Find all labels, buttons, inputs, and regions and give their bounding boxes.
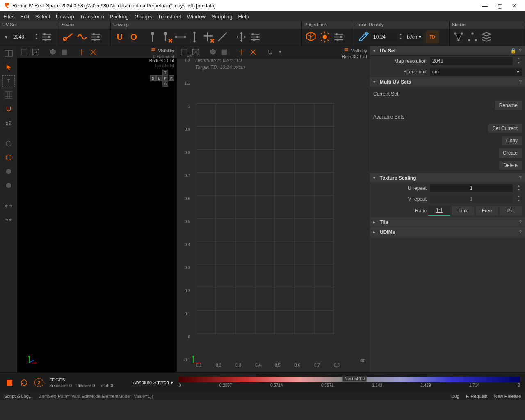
texel-td-icon[interactable]: TD [426, 30, 439, 43]
ratio-pic-button[interactable]: Pic [500, 206, 522, 215]
unwrap-u-icon[interactable]: U [113, 30, 126, 43]
similar-graph-icon[interactable] [452, 30, 465, 43]
ratio-free-button[interactable]: Free [476, 206, 498, 215]
unwrap-move-icon[interactable] [235, 30, 248, 43]
v3d-cube-icon[interactable] [48, 48, 57, 57]
similar-stack-icon[interactable] [480, 30, 493, 43]
v-repeat-input[interactable]: 1 [430, 195, 513, 203]
unwrap-settings-icon[interactable] [249, 30, 262, 43]
vuv-sliders-icon[interactable] [343, 45, 349, 54]
menu-window[interactable]: Window [187, 14, 206, 20]
stretch-mode-select[interactable]: Absolute Stretch▾ [133, 380, 173, 386]
unwrap-horiz-icon[interactable] [174, 30, 187, 43]
menu-scripting[interactable]: Scripting [212, 14, 233, 20]
seam-cut-icon[interactable] [62, 30, 75, 43]
tool-split-h-icon[interactable] [2, 48, 15, 59]
unwrap-pin-icon[interactable] [146, 30, 159, 43]
texel-value[interactable]: 10.24 [371, 32, 397, 41]
rename-button[interactable]: Rename [495, 101, 522, 110]
panel-uvset-header[interactable]: ▾ UV Set 🔒 ? [370, 46, 525, 56]
view-cube[interactable]: T BLFR B [150, 70, 174, 87]
scene-unit-select[interactable]: cm▾ [430, 68, 522, 76]
seam-settings-icon[interactable] [89, 30, 103, 43]
menu-groups[interactable]: Groups [135, 14, 152, 20]
similar-tri-icon[interactable] [466, 30, 479, 43]
tool-hex-icon[interactable] [2, 138, 15, 149]
map-res-input[interactable]: 2048 [430, 57, 513, 65]
texel-eyedropper-icon[interactable] [357, 30, 370, 43]
lock-icon[interactable]: 🔒 [510, 48, 516, 54]
tool-hex3-icon[interactable] [2, 166, 15, 177]
panel-tile-header[interactable]: ▸ Tile ? [370, 217, 525, 227]
menu-edit[interactable]: Edit [20, 14, 29, 20]
v3d-frame2-icon[interactable] [31, 48, 40, 57]
record-icon[interactable] [5, 378, 14, 387]
projection-cube-icon[interactable] [304, 30, 317, 43]
unwrap-o-icon[interactable]: O [127, 30, 140, 43]
texel-unit-select[interactable]: tx/cm▾ [404, 32, 422, 41]
v3d-both-label[interactable]: Both 3D Flat [149, 58, 174, 63]
tool-arrows-out-icon[interactable] [2, 214, 15, 226]
tool-hex2-icon[interactable] [2, 152, 15, 163]
texel-spinner[interactable]: ▴▾ [398, 33, 404, 41]
badge-2-icon[interactable]: 2 [34, 378, 43, 387]
loop-icon[interactable] [20, 378, 29, 387]
stretch-gradient[interactable]: Neutral 1.0 00.28570.57140.85711.1431.42… [179, 377, 520, 389]
u-repeat-spinner[interactable]: ▴▾ [516, 184, 522, 192]
tool-arrows-in-icon[interactable] [2, 200, 15, 212]
uvset-dropdown-icon[interactable]: ▾ [2, 30, 10, 43]
tool-text-icon[interactable]: T [2, 75, 15, 87]
seam-weld-icon[interactable] [75, 30, 89, 43]
unwrap-cross-x-icon[interactable] [202, 30, 215, 43]
help-icon[interactable]: ? [519, 48, 522, 54]
close-button[interactable]: ✕ [507, 0, 522, 11]
new-release-link[interactable]: New Release [494, 394, 521, 399]
axis-gizmo-uv-icon[interactable] [189, 352, 204, 367]
unwrap-pin-x-icon[interactable] [160, 30, 173, 43]
projection-settings-icon[interactable] [332, 30, 345, 43]
uvset-spinner[interactable]: ▴▾ [34, 33, 39, 41]
tool-hex4-icon[interactable] [2, 180, 15, 191]
panel-multi-header[interactable]: ▾ Multi UV Sets ? [370, 77, 525, 87]
v3d-isolate-label[interactable]: Isolate lid [155, 63, 174, 68]
tool-x2-icon[interactable]: x2 [2, 117, 15, 129]
help-icon[interactable]: ? [519, 229, 522, 235]
projection-sun-icon[interactable] [318, 30, 331, 43]
help-icon[interactable]: ? [519, 219, 522, 225]
v3d-move-icon[interactable] [77, 48, 86, 57]
v-repeat-spinner[interactable]: ▴▾ [516, 195, 522, 203]
delete-button[interactable]: Delete [499, 161, 522, 170]
create-button[interactable]: Create [499, 148, 522, 158]
tool-grid-icon[interactable] [2, 89, 15, 101]
menu-trimsheet[interactable]: Trimsheet [158, 14, 181, 20]
axis-gizmo-3d-icon[interactable] [25, 352, 40, 367]
u-repeat-input[interactable]: 1 [430, 184, 513, 192]
copy-button[interactable]: Copy [502, 136, 522, 145]
ratio-11-button[interactable]: 1:1 [428, 206, 450, 216]
v3d-sliders-icon[interactable] [150, 45, 157, 54]
panel-texscale-header[interactable]: ▾ Texture Scaling ? [370, 173, 525, 183]
maximize-button[interactable]: ▢ [492, 0, 507, 11]
viewport-3d[interactable]: Visibility 0 Selected Both 3D Flat Isola… [17, 46, 177, 372]
minimize-button[interactable]: — [477, 0, 492, 11]
menu-unwrap[interactable]: Unwrap [56, 14, 74, 20]
feature-request-link[interactable]: F. Request [466, 394, 488, 399]
bug-link[interactable]: Bug [451, 394, 459, 399]
panel-udims-header[interactable]: ▸ UDIMs ? [370, 227, 525, 237]
uvset-value[interactable]: 2048 [11, 32, 33, 41]
help-icon[interactable]: ? [519, 175, 522, 181]
help-icon[interactable]: ? [519, 79, 522, 85]
map-res-spinner[interactable]: ▴▾ [516, 57, 522, 65]
unwrap-vert-icon[interactable] [188, 30, 201, 43]
tool-magnet-icon[interactable] [2, 103, 15, 115]
unwrap-diag-icon[interactable] [216, 30, 229, 43]
menu-help[interactable]: Help [238, 14, 249, 20]
menu-files[interactable]: Files [3, 14, 14, 20]
menu-transform[interactable]: Transform [80, 14, 104, 20]
tool-pointer-icon[interactable] [2, 62, 15, 73]
uvset-settings-icon[interactable] [40, 30, 53, 43]
v3d-square-icon[interactable] [60, 48, 69, 57]
set-current-button[interactable]: Set Current [488, 124, 522, 133]
menu-packing[interactable]: Packing [110, 14, 129, 20]
menu-select[interactable]: Select [35, 14, 50, 20]
